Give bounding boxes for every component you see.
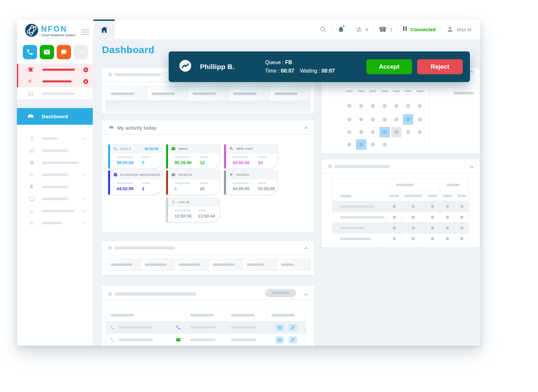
table-header-cell	[387, 191, 402, 201]
view-button[interactable]	[276, 324, 284, 331]
skeleton-cell	[174, 259, 208, 271]
phone-channel-button[interactable]	[23, 45, 37, 59]
calendar-selected-day[interactable]	[403, 114, 413, 125]
accept-button[interactable]: Accept	[366, 59, 412, 74]
sidebar-item-placeholder[interactable]	[17, 145, 93, 157]
phone-icon[interactable]: ☎	[379, 26, 387, 33]
view-button[interactable]	[276, 336, 284, 343]
link-button[interactable]	[289, 324, 297, 331]
swap-arrows-icon[interactable]	[355, 26, 362, 33]
page-title: Dashboard	[102, 44, 154, 55]
table-row[interactable]	[106, 321, 306, 333]
sidebar-item-label: Dashboard	[42, 114, 68, 119]
more-channels-button[interactable]	[74, 45, 88, 59]
page: NFON Cloud Telephone System	[0, 0, 538, 392]
activity-card-calls[interactable]: CALLS 00:00:00 00:00:00 0	[108, 144, 162, 169]
activity-card-email[interactable]: EMAIL 05:15:00 12	[166, 144, 220, 169]
activity-card-label: PAUSES	[236, 173, 249, 176]
sidebar-item-placeholder[interactable]	[17, 205, 93, 217]
activity-card-login[interactable]: LOG IN 13:50:56 13:50:44	[166, 198, 220, 222]
brand-logo[interactable]: NFON Cloud Telephone System	[25, 23, 75, 38]
activity-card-messenger[interactable]: FACEBOOK MESSENGER 44:02:00 2	[108, 170, 162, 195]
placeholder-bar	[233, 156, 249, 158]
panel-dot	[108, 73, 112, 77]
webchat-icon	[229, 147, 234, 151]
sidebar-item-placeholder[interactable]	[17, 217, 93, 229]
chat-channel-button[interactable]	[57, 45, 71, 59]
table-row[interactable]	[333, 201, 469, 212]
pause-icon[interactable]	[403, 26, 408, 32]
table-header-cell	[440, 191, 455, 201]
chevron-up-icon[interactable]	[303, 292, 309, 298]
calendar-selected-day[interactable]	[356, 139, 366, 150]
divider	[332, 25, 332, 34]
activity-value: 1	[175, 186, 177, 191]
skeleton-cell	[106, 259, 140, 271]
activity-value: 02:00:00	[258, 186, 275, 191]
sidebar-item-placeholder[interactable]	[17, 157, 93, 169]
stats-table-panel	[321, 160, 480, 247]
envelope-icon	[171, 147, 176, 151]
sidebar-alert-item-calls[interactable]	[17, 64, 93, 76]
skeleton-cell	[106, 86, 147, 101]
sidebar-divider	[17, 99, 93, 108]
activity-card-tickets[interactable]: TICKETS 1 20	[166, 170, 220, 195]
status-badge[interactable]: Connected	[410, 27, 436, 32]
activity-card-label: WEB CHAT	[236, 147, 253, 150]
incoming-chat-notification: Phillipp B. Queue : FB Time : 00:07Waiti…	[169, 51, 470, 82]
sidebar-item-placeholder[interactable]	[17, 193, 93, 205]
placeholder-bar	[200, 156, 208, 158]
divider	[429, 72, 430, 149]
table-row[interactable]	[333, 222, 469, 233]
bell-icon[interactable]	[337, 26, 345, 33]
sidebar-item-placeholder[interactable]	[17, 181, 93, 193]
table-row[interactable]	[333, 212, 469, 222]
chart-icon	[29, 208, 35, 214]
divider	[441, 25, 441, 34]
search-icon[interactable]	[319, 26, 327, 33]
chevron-up-icon[interactable]	[303, 125, 309, 131]
hamburger-menu-icon[interactable]	[81, 29, 89, 36]
placeholder-bar	[42, 174, 68, 176]
chevron-down-icon	[82, 196, 87, 202]
placeholder-bar	[258, 182, 266, 184]
placeholder-bar	[42, 186, 68, 188]
activity-value: 44:02:00	[117, 186, 134, 191]
chevron-up-icon[interactable]	[303, 245, 309, 251]
monitor-icon	[29, 196, 35, 202]
button-placeholder[interactable]	[265, 289, 296, 297]
activity-card-pauses[interactable]: PAUSES 44:05:00 02:00:00	[224, 170, 278, 195]
envelope-icon	[43, 49, 50, 56]
person-icon	[29, 135, 35, 142]
link-button[interactable]	[289, 336, 297, 343]
sidebar-item-placeholder[interactable]	[17, 133, 93, 145]
activity-value: 14	[258, 160, 262, 165]
table-header-cell	[185, 309, 226, 321]
panel-dot	[328, 164, 332, 168]
caller-name: Phillipp B.	[200, 63, 256, 71]
chevron-up-icon[interactable]	[469, 164, 474, 170]
sidebar-item-archive[interactable]	[17, 88, 93, 99]
table-header-cell	[106, 309, 185, 321]
sidebar: NFON Cloud Telephone System	[17, 20, 93, 346]
activity-card-webchat[interactable]: WEB CHAT 34:55:02 14	[224, 144, 278, 169]
placeholder-bar	[117, 182, 133, 184]
calendar-hover-day[interactable]	[391, 127, 402, 137]
tab-home[interactable]	[93, 20, 115, 39]
sidebar-item-dashboard[interactable]: Dashboard	[17, 108, 93, 125]
sidebar-item-placeholder[interactable]	[17, 169, 93, 181]
gear-icon	[29, 220, 35, 226]
eye-icon	[277, 325, 282, 330]
email-channel-button[interactable]	[40, 45, 54, 59]
topbar: 4 ☎ 1 Connected Max M.	[93, 20, 480, 39]
sidebar-alert-item-missed[interactable]	[17, 76, 93, 87]
activity-value: 12	[200, 160, 205, 165]
user-icon[interactable]	[446, 26, 454, 33]
table-row[interactable]	[333, 233, 469, 244]
reject-button[interactable]: Reject	[417, 59, 463, 74]
table-row[interactable]	[106, 333, 306, 346]
calendar-selected-day[interactable]	[379, 127, 390, 137]
user-name[interactable]: Max M.	[457, 27, 473, 32]
chevron-down-icon	[82, 208, 87, 214]
table-header-row	[106, 309, 306, 321]
